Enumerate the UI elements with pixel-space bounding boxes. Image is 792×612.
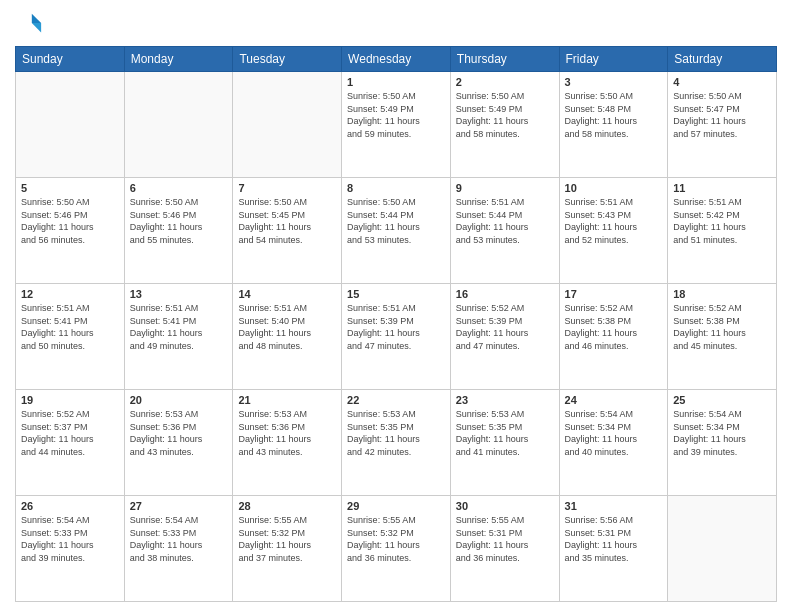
day-info: Sunrise: 5:52 AM Sunset: 5:38 PM Dayligh… (673, 302, 771, 352)
day-info: Sunrise: 5:50 AM Sunset: 5:45 PM Dayligh… (238, 196, 336, 246)
day-info: Sunrise: 5:50 AM Sunset: 5:46 PM Dayligh… (130, 196, 228, 246)
day-number: 17 (565, 288, 663, 300)
day-number: 30 (456, 500, 554, 512)
day-info: Sunrise: 5:51 AM Sunset: 5:39 PM Dayligh… (347, 302, 445, 352)
day-number: 18 (673, 288, 771, 300)
calendar-cell: 8Sunrise: 5:50 AM Sunset: 5:44 PM Daylig… (342, 178, 451, 284)
header (15, 10, 777, 38)
calendar-cell: 16Sunrise: 5:52 AM Sunset: 5:39 PM Dayli… (450, 284, 559, 390)
day-info: Sunrise: 5:51 AM Sunset: 5:43 PM Dayligh… (565, 196, 663, 246)
day-number: 6 (130, 182, 228, 194)
calendar-table: SundayMondayTuesdayWednesdayThursdayFrid… (15, 46, 777, 602)
svg-marker-1 (32, 23, 41, 32)
day-number: 3 (565, 76, 663, 88)
day-number: 31 (565, 500, 663, 512)
day-info: Sunrise: 5:53 AM Sunset: 5:36 PM Dayligh… (238, 408, 336, 458)
calendar-cell: 25Sunrise: 5:54 AM Sunset: 5:34 PM Dayli… (668, 390, 777, 496)
weekday-header-cell: Monday (124, 47, 233, 72)
day-number: 15 (347, 288, 445, 300)
calendar-cell: 29Sunrise: 5:55 AM Sunset: 5:32 PM Dayli… (342, 496, 451, 602)
calendar-cell: 17Sunrise: 5:52 AM Sunset: 5:38 PM Dayli… (559, 284, 668, 390)
calendar-cell: 30Sunrise: 5:55 AM Sunset: 5:31 PM Dayli… (450, 496, 559, 602)
logo-icon (15, 10, 43, 38)
day-info: Sunrise: 5:53 AM Sunset: 5:35 PM Dayligh… (456, 408, 554, 458)
day-number: 8 (347, 182, 445, 194)
calendar-cell: 22Sunrise: 5:53 AM Sunset: 5:35 PM Dayli… (342, 390, 451, 496)
weekday-header-cell: Saturday (668, 47, 777, 72)
day-number: 16 (456, 288, 554, 300)
calendar-cell: 19Sunrise: 5:52 AM Sunset: 5:37 PM Dayli… (16, 390, 125, 496)
calendar-cell: 15Sunrise: 5:51 AM Sunset: 5:39 PM Dayli… (342, 284, 451, 390)
day-info: Sunrise: 5:50 AM Sunset: 5:44 PM Dayligh… (347, 196, 445, 246)
calendar-cell: 10Sunrise: 5:51 AM Sunset: 5:43 PM Dayli… (559, 178, 668, 284)
weekday-header-cell: Thursday (450, 47, 559, 72)
day-info: Sunrise: 5:50 AM Sunset: 5:49 PM Dayligh… (347, 90, 445, 140)
calendar-body: 1Sunrise: 5:50 AM Sunset: 5:49 PM Daylig… (16, 72, 777, 602)
calendar-cell: 7Sunrise: 5:50 AM Sunset: 5:45 PM Daylig… (233, 178, 342, 284)
page: SundayMondayTuesdayWednesdayThursdayFrid… (0, 0, 792, 612)
calendar-cell: 13Sunrise: 5:51 AM Sunset: 5:41 PM Dayli… (124, 284, 233, 390)
calendar-cell (233, 72, 342, 178)
day-number: 28 (238, 500, 336, 512)
day-info: Sunrise: 5:50 AM Sunset: 5:49 PM Dayligh… (456, 90, 554, 140)
day-number: 13 (130, 288, 228, 300)
calendar-week-row: 19Sunrise: 5:52 AM Sunset: 5:37 PM Dayli… (16, 390, 777, 496)
day-number: 7 (238, 182, 336, 194)
calendar-week-row: 26Sunrise: 5:54 AM Sunset: 5:33 PM Dayli… (16, 496, 777, 602)
day-info: Sunrise: 5:54 AM Sunset: 5:34 PM Dayligh… (673, 408, 771, 458)
calendar-cell (668, 496, 777, 602)
day-number: 14 (238, 288, 336, 300)
calendar-cell: 5Sunrise: 5:50 AM Sunset: 5:46 PM Daylig… (16, 178, 125, 284)
calendar-week-row: 1Sunrise: 5:50 AM Sunset: 5:49 PM Daylig… (16, 72, 777, 178)
day-number: 9 (456, 182, 554, 194)
calendar-cell: 21Sunrise: 5:53 AM Sunset: 5:36 PM Dayli… (233, 390, 342, 496)
day-number: 24 (565, 394, 663, 406)
day-info: Sunrise: 5:54 AM Sunset: 5:33 PM Dayligh… (21, 514, 119, 564)
calendar-cell: 26Sunrise: 5:54 AM Sunset: 5:33 PM Dayli… (16, 496, 125, 602)
calendar-cell: 12Sunrise: 5:51 AM Sunset: 5:41 PM Dayli… (16, 284, 125, 390)
day-info: Sunrise: 5:55 AM Sunset: 5:32 PM Dayligh… (238, 514, 336, 564)
day-number: 25 (673, 394, 771, 406)
day-number: 10 (565, 182, 663, 194)
weekday-header-cell: Sunday (16, 47, 125, 72)
day-info: Sunrise: 5:50 AM Sunset: 5:48 PM Dayligh… (565, 90, 663, 140)
day-info: Sunrise: 5:52 AM Sunset: 5:37 PM Dayligh… (21, 408, 119, 458)
day-number: 2 (456, 76, 554, 88)
logo (15, 10, 47, 38)
calendar-cell: 23Sunrise: 5:53 AM Sunset: 5:35 PM Dayli… (450, 390, 559, 496)
day-info: Sunrise: 5:55 AM Sunset: 5:32 PM Dayligh… (347, 514, 445, 564)
day-number: 26 (21, 500, 119, 512)
day-info: Sunrise: 5:51 AM Sunset: 5:41 PM Dayligh… (130, 302, 228, 352)
day-number: 22 (347, 394, 445, 406)
day-info: Sunrise: 5:54 AM Sunset: 5:33 PM Dayligh… (130, 514, 228, 564)
day-info: Sunrise: 5:56 AM Sunset: 5:31 PM Dayligh… (565, 514, 663, 564)
calendar-cell: 9Sunrise: 5:51 AM Sunset: 5:44 PM Daylig… (450, 178, 559, 284)
calendar-cell (124, 72, 233, 178)
day-number: 11 (673, 182, 771, 194)
day-info: Sunrise: 5:51 AM Sunset: 5:40 PM Dayligh… (238, 302, 336, 352)
day-info: Sunrise: 5:50 AM Sunset: 5:46 PM Dayligh… (21, 196, 119, 246)
weekday-header-cell: Friday (559, 47, 668, 72)
calendar-cell: 20Sunrise: 5:53 AM Sunset: 5:36 PM Dayli… (124, 390, 233, 496)
day-number: 12 (21, 288, 119, 300)
day-info: Sunrise: 5:53 AM Sunset: 5:36 PM Dayligh… (130, 408, 228, 458)
calendar-cell: 14Sunrise: 5:51 AM Sunset: 5:40 PM Dayli… (233, 284, 342, 390)
day-number: 27 (130, 500, 228, 512)
calendar-cell: 6Sunrise: 5:50 AM Sunset: 5:46 PM Daylig… (124, 178, 233, 284)
day-number: 29 (347, 500, 445, 512)
weekday-header-cell: Wednesday (342, 47, 451, 72)
day-number: 21 (238, 394, 336, 406)
day-info: Sunrise: 5:53 AM Sunset: 5:35 PM Dayligh… (347, 408, 445, 458)
calendar-cell: 4Sunrise: 5:50 AM Sunset: 5:47 PM Daylig… (668, 72, 777, 178)
weekday-header-row: SundayMondayTuesdayWednesdayThursdayFrid… (16, 47, 777, 72)
day-info: Sunrise: 5:51 AM Sunset: 5:44 PM Dayligh… (456, 196, 554, 246)
day-info: Sunrise: 5:54 AM Sunset: 5:34 PM Dayligh… (565, 408, 663, 458)
day-info: Sunrise: 5:51 AM Sunset: 5:41 PM Dayligh… (21, 302, 119, 352)
calendar-cell: 27Sunrise: 5:54 AM Sunset: 5:33 PM Dayli… (124, 496, 233, 602)
calendar-cell: 11Sunrise: 5:51 AM Sunset: 5:42 PM Dayli… (668, 178, 777, 284)
calendar-cell (16, 72, 125, 178)
day-info: Sunrise: 5:51 AM Sunset: 5:42 PM Dayligh… (673, 196, 771, 246)
calendar-cell: 3Sunrise: 5:50 AM Sunset: 5:48 PM Daylig… (559, 72, 668, 178)
day-info: Sunrise: 5:52 AM Sunset: 5:39 PM Dayligh… (456, 302, 554, 352)
day-number: 5 (21, 182, 119, 194)
